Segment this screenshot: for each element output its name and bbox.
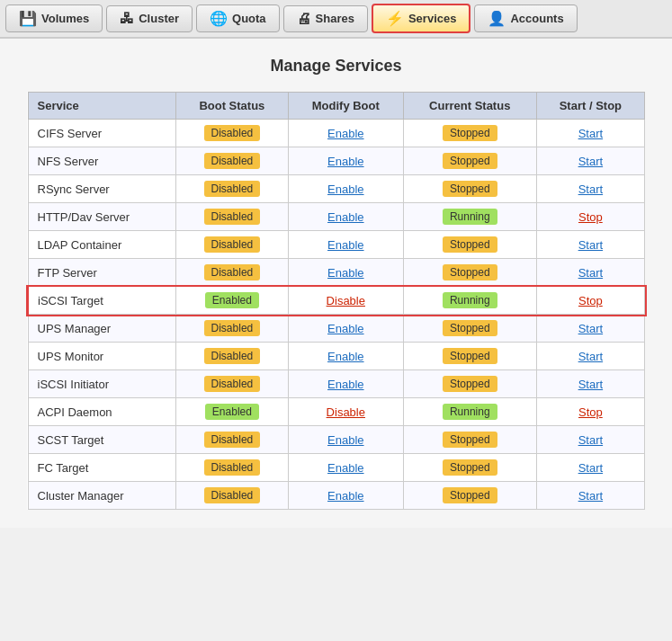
nav-btn-shares[interactable]: 🖨Shares	[283, 5, 368, 32]
stop-link[interactable]: Stop	[578, 405, 603, 419]
boot-status-badge: Enabled	[205, 292, 259, 308]
current-status: Running	[403, 398, 536, 426]
current-status-badge: Stopped	[443, 181, 497, 197]
table-row: FC TargetDisabledEnableStoppedStart	[28, 454, 645, 482]
nav-btn-services[interactable]: ⚡Services	[372, 4, 471, 33]
table-header-cell: Current Status	[403, 93, 536, 120]
start-link[interactable]: Start	[578, 489, 603, 503]
modify-boot-link[interactable]: Enable	[327, 210, 363, 224]
start-link[interactable]: Start	[578, 127, 603, 140]
boot-status: Disabled	[175, 259, 288, 287]
modify-boot-link[interactable]: Enable	[327, 378, 363, 391]
nav-btn-accounts[interactable]: 👤Accounts	[474, 4, 577, 32]
nav-btn-volumes[interactable]: 💾Volumes	[5, 4, 103, 32]
table-row: SCST TargetDisabledEnableStoppedStart	[28, 426, 645, 454]
current-status: Stopped	[403, 343, 536, 370]
volumes-icon: 💾	[19, 10, 37, 27]
table-header-cell: Boot Status	[175, 93, 288, 120]
start-link[interactable]: Start	[578, 433, 603, 447]
modify-boot-link[interactable]: Enable	[327, 238, 363, 252]
boot-status: Disabled	[175, 454, 288, 482]
modify-boot-link[interactable]: Enable	[327, 489, 363, 503]
table-header-cell: Service	[28, 93, 175, 120]
start-stop-cell: Stop	[536, 398, 644, 426]
modify-boot-link[interactable]: Enable	[327, 350, 363, 363]
modify-boot-link[interactable]: Enable	[327, 266, 363, 280]
start-link[interactable]: Start	[578, 350, 603, 363]
boot-status-badge: Enabled	[205, 404, 259, 420]
current-status: Stopped	[403, 175, 536, 203]
current-status: Stopped	[403, 454, 536, 482]
start-stop-cell: Start	[536, 231, 644, 259]
current-status-badge: Running	[443, 209, 497, 225]
nav-label-services: Services	[408, 12, 457, 25]
current-status: Stopped	[403, 426, 536, 454]
table-row: iSCSI InitiatorDisabledEnableStoppedStar…	[28, 370, 645, 398]
start-link[interactable]: Start	[578, 155, 603, 168]
modify-boot-link[interactable]: Enable	[327, 461, 363, 475]
current-status-badge: Stopped	[443, 153, 497, 169]
boot-status-badge: Disabled	[204, 125, 261, 141]
boot-status: Disabled	[175, 370, 288, 398]
boot-status: Disabled	[175, 175, 288, 203]
modify-boot-link[interactable]: Enable	[327, 127, 363, 140]
modify-boot-link[interactable]: Disable	[327, 405, 365, 419]
modify-boot-cell: Enable	[288, 370, 403, 398]
start-stop-cell: Start	[536, 120, 644, 147]
modify-boot-link[interactable]: Enable	[327, 155, 363, 168]
start-stop-cell: Start	[536, 454, 644, 482]
boot-status-badge: Disabled	[204, 209, 261, 225]
start-stop-cell: Start	[536, 147, 644, 175]
boot-status-badge: Disabled	[204, 320, 261, 336]
start-link[interactable]: Start	[578, 183, 603, 196]
current-status-badge: Stopped	[443, 236, 497, 253]
boot-status: Disabled	[175, 343, 288, 370]
start-link[interactable]: Start	[578, 238, 603, 252]
current-status: Stopped	[403, 482, 536, 510]
stop-link[interactable]: Stop	[578, 294, 603, 307]
current-status: Running	[403, 203, 536, 231]
modify-boot-cell: Enable	[288, 120, 403, 147]
table-row: LDAP ContainerDisabledEnableStoppedStart	[28, 231, 645, 259]
current-status: Running	[403, 287, 536, 315]
nav-label-quota: Quota	[232, 12, 266, 25]
modify-boot-cell: Enable	[288, 426, 403, 454]
modify-boot-link[interactable]: Enable	[327, 433, 363, 447]
modify-boot-cell: Disable	[288, 287, 403, 315]
boot-status-badge: Disabled	[204, 153, 261, 169]
modify-boot-link[interactable]: Disable	[327, 294, 365, 307]
table-row: UPS MonitorDisabledEnableStoppedStart	[28, 343, 645, 370]
start-stop-cell: Start	[536, 426, 644, 454]
accounts-icon: 👤	[488, 10, 506, 27]
service-name: iSCSI Initiator	[28, 370, 175, 398]
modify-boot-link[interactable]: Enable	[327, 183, 363, 196]
boot-status-badge: Disabled	[204, 432, 261, 448]
nav-btn-cluster[interactable]: 🖧Cluster	[106, 5, 193, 32]
quota-icon: 🌐	[210, 10, 228, 27]
modify-boot-cell: Disable	[288, 398, 403, 426]
current-status-badge: Stopped	[443, 264, 497, 280]
stop-link[interactable]: Stop	[578, 210, 603, 224]
boot-status: Disabled	[175, 203, 288, 231]
nav-btn-quota[interactable]: 🌐Quota	[196, 4, 280, 32]
table-row: HTTP/Dav ServerDisabledEnableRunningStop	[28, 203, 645, 231]
table-row: NFS ServerDisabledEnableStoppedStart	[28, 147, 645, 175]
service-name: FTP Server	[28, 259, 175, 287]
boot-status: Disabled	[175, 147, 288, 175]
start-link[interactable]: Start	[578, 266, 603, 280]
services-icon: ⚡	[386, 10, 404, 27]
boot-status-badge: Disabled	[204, 376, 261, 392]
modify-boot-link[interactable]: Enable	[327, 322, 363, 335]
shares-icon: 🖨	[297, 11, 311, 27]
start-stop-cell: Start	[536, 343, 644, 370]
start-link[interactable]: Start	[578, 322, 603, 335]
modify-boot-cell: Enable	[288, 343, 403, 370]
service-name: SCST Target	[28, 426, 175, 454]
current-status: Stopped	[403, 120, 536, 147]
start-link[interactable]: Start	[578, 461, 603, 475]
current-status-badge: Running	[443, 404, 497, 420]
table-row: RSync ServerDisabledEnableStoppedStart	[28, 175, 645, 203]
nav-label-cluster: Cluster	[139, 12, 179, 25]
start-stop-cell: Stop	[536, 203, 644, 231]
start-link[interactable]: Start	[578, 378, 603, 391]
